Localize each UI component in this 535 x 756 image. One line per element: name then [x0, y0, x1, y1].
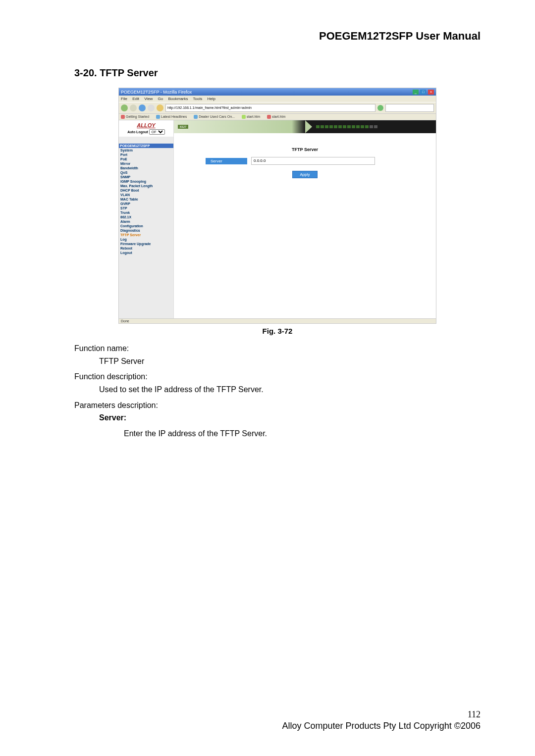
back-icon[interactable]: [121, 104, 128, 111]
auto-logout-select[interactable]: OFF: [149, 129, 165, 135]
sidebar-item-vlan[interactable]: VLAN: [119, 193, 173, 197]
menu-view[interactable]: View: [144, 97, 153, 101]
browser-search-input[interactable]: [385, 104, 434, 112]
sidebar-item-snmp[interactable]: SNMP: [119, 175, 173, 179]
section-heading: 3-20. TFTP Server: [74, 67, 481, 79]
bookmark-item[interactable]: Dealer Used Cars On...: [194, 115, 238, 118]
browser-titlebar: POEGEM12T2SFP - Mozilla Firefox _ □ ×: [119, 88, 436, 96]
params-label: Parameters description:: [74, 400, 481, 411]
sidebar-item-port[interactable]: Port: [119, 152, 173, 157]
menu-bookmarks[interactable]: Bookmarks: [168, 97, 188, 101]
sidebar-item-igmp-snooping[interactable]: IGMP Snooping: [119, 179, 173, 184]
sidebar-item-system[interactable]: System: [119, 148, 173, 152]
function-name-label: Function name:: [74, 343, 481, 354]
bookmarks-bar: Getting Started Latest Headlines Dealer …: [119, 114, 436, 120]
bookmark-item[interactable]: start.htm: [242, 115, 263, 118]
sidebar-item-802-1x[interactable]: 802.1X: [119, 215, 173, 219]
sidebar-item-trunk[interactable]: Trunk: [119, 210, 173, 215]
browser-menubar: File Edit View Go Bookmarks Tools Help: [119, 96, 436, 102]
stop-icon[interactable]: [148, 104, 155, 111]
app-body: ALLOY Auto Logout OFF POEGEM12T2SFP Syst…: [119, 120, 436, 318]
function-desc-label: Function description:: [74, 371, 481, 382]
sidebar-item-mac-table[interactable]: MAC Table: [119, 197, 173, 202]
body-text: Function name: TFTP Server Function desc…: [74, 343, 481, 439]
bookmark-item[interactable]: Getting Started: [121, 115, 152, 118]
sidebar-item-configuration[interactable]: Configuration: [119, 224, 173, 228]
bookmark-item[interactable]: start.htm: [267, 115, 288, 118]
page-number: 112: [282, 709, 481, 720]
menu-edit[interactable]: Edit: [132, 97, 139, 101]
function-desc-value: Used to set the IP address of the TFTP S…: [99, 384, 481, 395]
brand-logo: ALLOY: [120, 122, 172, 128]
sidebar-item-poe[interactable]: PoE: [119, 157, 173, 161]
reload-icon[interactable]: [139, 104, 146, 111]
sidebar-item-bandwidth[interactable]: Bandwidth: [119, 166, 173, 170]
close-icon[interactable]: ×: [428, 90, 434, 95]
panel-title: TFTP Server: [188, 147, 422, 152]
menu-tools[interactable]: Tools: [193, 97, 203, 101]
browser-toolbar: http://192.168.1.1/main_frame.html?first…: [119, 102, 436, 114]
sidebar-item-qos[interactable]: QoS: [119, 170, 173, 175]
param-server-label: Server:: [99, 412, 481, 423]
sidebar-item-mirror[interactable]: Mirror: [119, 161, 173, 166]
sidebar-item-tftp-server[interactable]: TFTP Server: [119, 233, 173, 237]
sidebar-item-firmware-upgrade[interactable]: Firmware Upgrade: [119, 242, 173, 246]
sidebar-item-logout[interactable]: Logout: [119, 251, 173, 255]
bookmark-item[interactable]: Latest Headlines: [156, 115, 190, 118]
sidebar-item-dhcp-boot[interactable]: DHCP Boot: [119, 188, 173, 193]
menu-help[interactable]: Help: [208, 97, 215, 101]
sidebar: ALLOY Auto Logout OFF POEGEM12T2SFP Syst…: [119, 120, 174, 318]
menu-go[interactable]: Go: [158, 97, 163, 101]
device-hero: 8327: [174, 120, 436, 133]
home-icon[interactable]: [157, 104, 163, 111]
main-pane: 8327 TFTP Server Server 0.0.0.0: [174, 120, 436, 318]
sidebar-item-max-packet-length[interactable]: Max. Packet Length: [119, 184, 173, 188]
go-button[interactable]: [377, 105, 383, 111]
server-label: Server: [206, 158, 247, 164]
browser-window-title: POEGEM12T2SFP - Mozilla Firefox: [121, 90, 192, 95]
apply-button[interactable]: Apply: [292, 171, 317, 178]
auto-logout: Auto Logout OFF: [120, 129, 172, 135]
function-name-value: TFTP Server: [99, 356, 481, 367]
hero-tag: 8327: [178, 125, 188, 129]
sidebar-item-stp[interactable]: STP: [119, 206, 173, 210]
url-bar[interactable]: http://192.168.1.1/main_frame.html?first…: [165, 104, 375, 112]
page-footer: 112 Alloy Computer Products Pty Ltd Copy…: [282, 709, 481, 731]
sidebar-item-alarm[interactable]: Alarm: [119, 219, 173, 224]
param-server-desc: Enter the IP address of the TFTP Server.: [124, 428, 481, 439]
menu-file[interactable]: File: [121, 97, 127, 101]
sidebar-item-diagnostics[interactable]: Diagnostics: [119, 228, 173, 233]
maximize-icon[interactable]: □: [420, 90, 426, 95]
minimize-icon[interactable]: _: [413, 90, 419, 95]
device-header: POEGEM12T2SFP: [119, 144, 173, 148]
browser-statusbar: Done: [119, 318, 436, 323]
copyright: Alloy Computer Products Pty Ltd Copyrigh…: [282, 721, 481, 731]
port-panel-icon: [312, 125, 436, 128]
window-buttons: _ □ ×: [412, 89, 434, 95]
figure-caption: Fig. 3-72: [74, 327, 481, 335]
figure-screenshot: POEGEM12T2SFP - Mozilla Firefox _ □ × Fi…: [118, 88, 436, 324]
sidebar-item-log[interactable]: Log: [119, 237, 173, 242]
sidebar-item-reboot[interactable]: Reboot: [119, 246, 173, 251]
document-title: POEGEM12T2SFP User Manual: [74, 30, 481, 43]
sidebar-item-gvrp[interactable]: GVRP: [119, 202, 173, 206]
forward-icon[interactable]: [130, 104, 137, 111]
server-ip-input[interactable]: 0.0.0.0: [251, 157, 375, 165]
